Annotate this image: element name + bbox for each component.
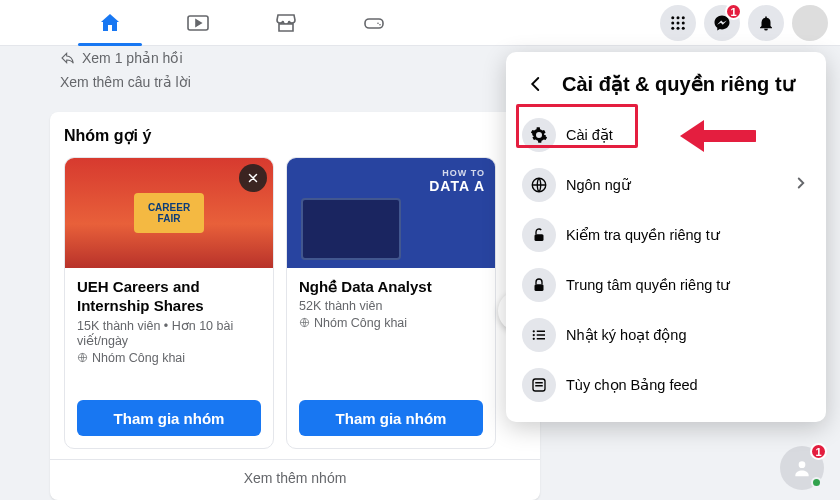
svg-rect-16 <box>535 284 544 291</box>
menu-item-settings[interactable]: Cài đặt <box>514 110 818 160</box>
svg-rect-21 <box>537 334 545 336</box>
feedback-text: Xem 1 phản hồi <box>82 50 183 66</box>
bell-icon <box>757 14 775 32</box>
group-meta: 15K thành viên • Hơn 10 bài viết/ngày <box>77 318 261 348</box>
notifications-button[interactable] <box>748 5 784 41</box>
tab-marketplace[interactable] <box>246 0 326 46</box>
suggested-groups-card: Nhóm gợi ý ··· CAREER FAIR UEH Careers a… <box>50 112 540 500</box>
globe-icon <box>299 317 310 328</box>
feed: Xem 1 phản hồi Xem thêm câu trả lời Nhóm… <box>50 46 540 500</box>
tab-gaming[interactable] <box>334 0 414 46</box>
chat-bubble[interactable]: 1 <box>780 446 824 490</box>
person-icon <box>792 458 812 478</box>
menu-label: Ngôn ngữ <box>566 177 631 193</box>
group-meta: 52K thành viên <box>299 299 483 313</box>
grid-icon <box>669 14 687 32</box>
card-title: Nhóm gợi ý <box>64 126 151 145</box>
top-nav: 1 <box>0 0 840 46</box>
svg-point-2 <box>677 16 680 19</box>
feed-icon <box>530 376 548 394</box>
menu-item-privacy-check[interactable]: Kiểm tra quyền riêng tư <box>514 210 818 260</box>
public-label: Nhóm Công khai <box>92 351 185 365</box>
lock-open-icon <box>530 226 548 244</box>
menu-label: Kiểm tra quyền riêng tư <box>566 227 720 243</box>
svg-point-19 <box>533 338 535 340</box>
marketplace-icon <box>274 11 298 35</box>
menu-label: Nhật ký hoạt động <box>566 327 687 343</box>
home-icon <box>98 11 122 35</box>
groups-scroller: CAREER FAIR UEH Careers and Internship S… <box>50 157 540 459</box>
svg-rect-22 <box>537 338 545 340</box>
menu-label: Trung tâm quyền riêng tư <box>566 277 730 293</box>
svg-point-4 <box>671 22 674 25</box>
see-more-groups[interactable]: Xem thêm nhóm <box>50 459 540 500</box>
menu-item-activity-log[interactable]: Nhật ký hoạt động <box>514 310 818 360</box>
svg-point-5 <box>677 22 680 25</box>
group-cover: HOW TODATA A <box>287 158 495 268</box>
group-title: Nghề Data Analyst <box>299 278 483 297</box>
join-button[interactable]: Tham gia nhóm <box>299 400 483 436</box>
reply-icon <box>60 50 76 66</box>
group-title: UEH Careers and Internship Shares <box>77 278 261 316</box>
public-label: Nhóm Công khai <box>314 316 407 330</box>
settings-panel: Cài đặt & quyền riêng tư Cài đặt Ngôn ng… <box>506 52 826 422</box>
svg-point-7 <box>671 27 674 30</box>
feedback-row[interactable]: Xem 1 phản hồi <box>50 46 540 72</box>
menu-label: Tùy chọn Bảng feed <box>566 377 698 393</box>
join-button[interactable]: Tham gia nhóm <box>77 400 261 436</box>
messenger-button[interactable]: 1 <box>704 5 740 41</box>
group-cover: CAREER FAIR <box>65 158 273 268</box>
list-icon <box>530 326 548 344</box>
svg-rect-0 <box>365 19 383 28</box>
tab-watch[interactable] <box>158 0 238 46</box>
cover-laptop <box>301 198 401 260</box>
nav-right: 1 <box>660 5 828 41</box>
group-public: Nhóm Công khai <box>299 316 483 330</box>
svg-rect-25 <box>535 385 543 387</box>
tab-home[interactable] <box>70 0 150 46</box>
menu-button[interactable] <box>660 5 696 41</box>
group-card[interactable]: CAREER FAIR UEH Careers and Internship S… <box>64 157 274 449</box>
panel-title: Cài đặt & quyền riêng tư <box>562 72 795 96</box>
menu-item-feed-prefs[interactable]: Tùy chọn Bảng feed <box>514 360 818 410</box>
svg-point-6 <box>682 22 685 25</box>
back-button[interactable] <box>520 68 552 100</box>
svg-point-18 <box>533 334 535 336</box>
messenger-badge: 1 <box>725 3 742 20</box>
svg-rect-24 <box>535 382 543 384</box>
svg-point-9 <box>682 27 685 30</box>
nav-tabs <box>70 0 414 46</box>
account-avatar[interactable] <box>792 5 828 41</box>
watch-icon <box>186 11 210 35</box>
arrow-left-icon <box>527 75 545 93</box>
chat-badge: 1 <box>810 443 827 460</box>
svg-point-17 <box>533 330 535 332</box>
gear-icon <box>530 126 548 144</box>
gaming-icon <box>362 11 386 35</box>
menu-item-language[interactable]: Ngôn ngữ <box>514 160 818 210</box>
online-dot <box>811 477 822 488</box>
svg-rect-20 <box>537 331 545 333</box>
chevron-icon <box>792 174 810 196</box>
lock-icon <box>530 276 548 294</box>
svg-point-13 <box>799 461 806 468</box>
group-card[interactable]: HOW TODATA A Nghề Data Analyst 52K thành… <box>286 157 496 449</box>
dismiss-button[interactable] <box>239 164 267 192</box>
cover-text: HOW TODATA A <box>429 168 485 194</box>
close-icon <box>246 171 260 185</box>
svg-point-3 <box>682 16 685 19</box>
svg-point-8 <box>677 27 680 30</box>
see-more-answers[interactable]: Xem thêm câu trả lời <box>50 72 540 104</box>
globe-icon <box>530 176 548 194</box>
group-public: Nhóm Công khai <box>77 351 261 365</box>
menu-item-privacy-center[interactable]: Trung tâm quyền riêng tư <box>514 260 818 310</box>
menu-label: Cài đặt <box>566 127 613 143</box>
svg-point-1 <box>671 16 674 19</box>
cover-sign: CAREER FAIR <box>134 193 204 233</box>
globe-icon <box>77 352 88 363</box>
svg-rect-15 <box>535 234 544 241</box>
